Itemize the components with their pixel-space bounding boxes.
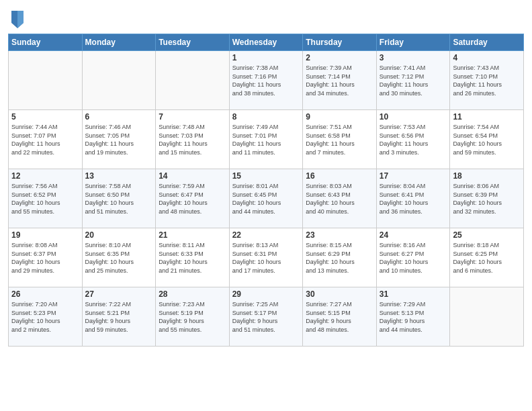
day-info: Sunrise: 7:29 AM Sunset: 5:13 PM Dayligh…	[380, 300, 447, 334]
day-number: 17	[380, 171, 447, 181]
day-info: Sunrise: 7:46 AM Sunset: 7:05 PM Dayligh…	[85, 123, 153, 156]
calendar-cell	[9, 51, 83, 110]
day-info: Sunrise: 7:20 AM Sunset: 5:23 PM Dayligh…	[11, 300, 79, 334]
calendar-week-row: 5Sunrise: 7:44 AM Sunset: 7:07 PM Daylig…	[9, 110, 524, 169]
day-info: Sunrise: 7:39 AM Sunset: 7:14 PM Dayligh…	[306, 64, 373, 97]
calendar-header: SundayMondayTuesdayWednesdayThursdayFrid…	[9, 34, 524, 51]
day-info: Sunrise: 8:18 AM Sunset: 6:25 PM Dayligh…	[453, 241, 521, 275]
day-info: Sunrise: 8:11 AM Sunset: 6:33 PM Dayligh…	[159, 241, 226, 275]
day-number: 9	[306, 112, 373, 122]
day-number: 4	[453, 53, 521, 62]
day-number: 6	[85, 112, 153, 122]
day-number: 1	[232, 53, 300, 62]
calendar-cell: 3Sunrise: 7:41 AM Sunset: 7:12 PM Daylig…	[376, 51, 450, 110]
calendar-cell: 22Sunrise: 8:13 AM Sunset: 6:31 PM Dayli…	[229, 228, 303, 287]
weekday-header: Wednesday	[229, 34, 303, 51]
calendar-cell: 21Sunrise: 8:11 AM Sunset: 6:33 PM Dayli…	[156, 228, 230, 287]
weekday-header: Saturday	[450, 34, 524, 51]
weekday-header: Monday	[82, 34, 156, 51]
calendar-cell: 17Sunrise: 8:04 AM Sunset: 6:41 PM Dayli…	[376, 169, 450, 228]
day-info: Sunrise: 8:06 AM Sunset: 6:39 PM Dayligh…	[453, 182, 521, 216]
day-info: Sunrise: 7:27 AM Sunset: 5:15 PM Dayligh…	[306, 300, 373, 334]
day-number: 31	[380, 289, 447, 299]
day-number: 14	[159, 171, 226, 181]
calendar-week-row: 19Sunrise: 8:08 AM Sunset: 6:37 PM Dayli…	[9, 228, 524, 287]
day-info: Sunrise: 7:53 AM Sunset: 6:56 PM Dayligh…	[380, 123, 447, 156]
day-info: Sunrise: 8:03 AM Sunset: 6:43 PM Dayligh…	[306, 182, 373, 216]
page-header	[8, 7, 524, 31]
calendar-cell: 10Sunrise: 7:53 AM Sunset: 6:56 PM Dayli…	[376, 110, 450, 169]
calendar-cell: 6Sunrise: 7:46 AM Sunset: 7:05 PM Daylig…	[82, 110, 156, 169]
calendar-cell: 31Sunrise: 7:29 AM Sunset: 5:13 PM Dayli…	[376, 287, 450, 347]
day-number: 16	[306, 171, 373, 181]
day-info: Sunrise: 7:25 AM Sunset: 5:17 PM Dayligh…	[232, 300, 300, 334]
weekday-header: Friday	[376, 34, 450, 51]
day-number: 12	[11, 171, 79, 181]
page-container: SundayMondayTuesdayWednesdayThursdayFrid…	[0, 0, 532, 351]
logo-icon	[10, 9, 25, 31]
day-info: Sunrise: 7:38 AM Sunset: 7:16 PM Dayligh…	[232, 64, 300, 97]
calendar-cell: 1Sunrise: 7:38 AM Sunset: 7:16 PM Daylig…	[229, 51, 303, 110]
calendar-cell: 16Sunrise: 8:03 AM Sunset: 6:43 PM Dayli…	[303, 169, 377, 228]
day-number: 8	[232, 112, 300, 122]
day-number: 27	[85, 289, 153, 299]
day-info: Sunrise: 7:58 AM Sunset: 6:50 PM Dayligh…	[85, 182, 153, 216]
calendar-cell	[82, 51, 156, 110]
weekday-header: Thursday	[303, 34, 377, 51]
weekday-header: Sunday	[9, 34, 83, 51]
calendar-cell: 19Sunrise: 8:08 AM Sunset: 6:37 PM Dayli…	[9, 228, 83, 287]
calendar-body: 1Sunrise: 7:38 AM Sunset: 7:16 PM Daylig…	[9, 51, 524, 347]
day-number: 29	[232, 289, 300, 299]
calendar-week-row: 1Sunrise: 7:38 AM Sunset: 7:16 PM Daylig…	[9, 51, 524, 110]
calendar-cell: 20Sunrise: 8:10 AM Sunset: 6:35 PM Dayli…	[82, 228, 156, 287]
day-info: Sunrise: 7:49 AM Sunset: 7:01 PM Dayligh…	[232, 123, 300, 156]
calendar-table: SundayMondayTuesdayWednesdayThursdayFrid…	[8, 34, 524, 347]
calendar-cell: 5Sunrise: 7:44 AM Sunset: 7:07 PM Daylig…	[9, 110, 83, 169]
svg-marker-1	[17, 11, 24, 28]
day-info: Sunrise: 7:23 AM Sunset: 5:19 PM Dayligh…	[159, 300, 226, 334]
day-number: 28	[159, 289, 226, 299]
day-number: 23	[306, 230, 373, 240]
day-info: Sunrise: 8:16 AM Sunset: 6:27 PM Dayligh…	[380, 241, 447, 275]
day-info: Sunrise: 7:56 AM Sunset: 6:52 PM Dayligh…	[11, 182, 79, 216]
calendar-cell: 12Sunrise: 7:56 AM Sunset: 6:52 PM Dayli…	[9, 169, 83, 228]
calendar-cell: 24Sunrise: 8:16 AM Sunset: 6:27 PM Dayli…	[376, 228, 450, 287]
day-number: 11	[453, 112, 521, 122]
day-info: Sunrise: 7:22 AM Sunset: 5:21 PM Dayligh…	[85, 300, 153, 334]
logo	[8, 9, 25, 31]
day-info: Sunrise: 7:43 AM Sunset: 7:10 PM Dayligh…	[453, 64, 521, 97]
calendar-cell: 11Sunrise: 7:54 AM Sunset: 6:54 PM Dayli…	[450, 110, 524, 169]
calendar-cell: 26Sunrise: 7:20 AM Sunset: 5:23 PM Dayli…	[9, 287, 83, 347]
calendar-cell: 13Sunrise: 7:58 AM Sunset: 6:50 PM Dayli…	[82, 169, 156, 228]
calendar-cell: 27Sunrise: 7:22 AM Sunset: 5:21 PM Dayli…	[82, 287, 156, 347]
day-number: 24	[380, 230, 447, 240]
weekday-header: Tuesday	[156, 34, 230, 51]
calendar-cell	[450, 287, 524, 347]
day-number: 20	[85, 230, 153, 240]
day-info: Sunrise: 8:01 AM Sunset: 6:45 PM Dayligh…	[232, 182, 300, 216]
calendar-cell: 25Sunrise: 8:18 AM Sunset: 6:25 PM Dayli…	[450, 228, 524, 287]
day-info: Sunrise: 8:04 AM Sunset: 6:41 PM Dayligh…	[380, 182, 447, 216]
day-number: 26	[11, 289, 79, 299]
day-info: Sunrise: 8:13 AM Sunset: 6:31 PM Dayligh…	[232, 241, 300, 275]
calendar-cell: 14Sunrise: 7:59 AM Sunset: 6:47 PM Dayli…	[156, 169, 230, 228]
calendar-cell: 2Sunrise: 7:39 AM Sunset: 7:14 PM Daylig…	[303, 51, 377, 110]
calendar-week-row: 12Sunrise: 7:56 AM Sunset: 6:52 PM Dayli…	[9, 169, 524, 228]
day-number: 21	[159, 230, 226, 240]
day-number: 7	[159, 112, 226, 122]
calendar-cell	[156, 51, 230, 110]
day-info: Sunrise: 8:15 AM Sunset: 6:29 PM Dayligh…	[306, 241, 373, 275]
day-number: 3	[380, 53, 447, 62]
day-number: 2	[306, 53, 373, 62]
day-info: Sunrise: 7:54 AM Sunset: 6:54 PM Dayligh…	[453, 123, 521, 156]
calendar-cell: 29Sunrise: 7:25 AM Sunset: 5:17 PM Dayli…	[229, 287, 303, 347]
calendar-cell: 8Sunrise: 7:49 AM Sunset: 7:01 PM Daylig…	[229, 110, 303, 169]
day-info: Sunrise: 7:41 AM Sunset: 7:12 PM Dayligh…	[380, 64, 447, 97]
day-number: 15	[232, 171, 300, 181]
calendar-cell: 23Sunrise: 8:15 AM Sunset: 6:29 PM Dayli…	[303, 228, 377, 287]
day-info: Sunrise: 7:51 AM Sunset: 6:58 PM Dayligh…	[306, 123, 373, 156]
calendar-cell: 9Sunrise: 7:51 AM Sunset: 6:58 PM Daylig…	[303, 110, 377, 169]
day-number: 19	[11, 230, 79, 240]
day-number: 22	[232, 230, 300, 240]
calendar-cell: 28Sunrise: 7:23 AM Sunset: 5:19 PM Dayli…	[156, 287, 230, 347]
